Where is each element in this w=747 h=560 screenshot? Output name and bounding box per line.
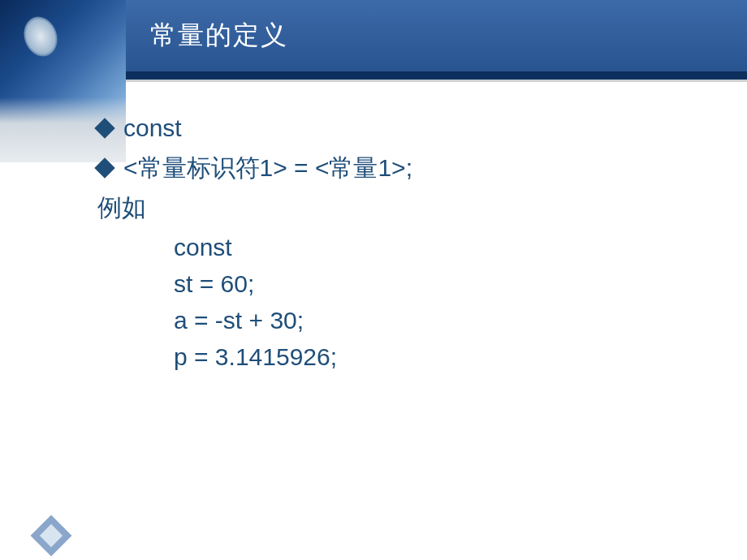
slide-title: 常量的定义 xyxy=(150,18,288,54)
header-row: 常量的定义 xyxy=(126,0,747,71)
diamond-bullet-icon xyxy=(94,118,114,138)
code-line: const xyxy=(174,229,715,265)
code-line: st = 60; xyxy=(174,265,715,302)
code-block: const st = 60; a = -st + 30; p = 3.14159… xyxy=(174,229,715,375)
bullet-item: <常量标识符1> = <常量1>; xyxy=(97,149,715,186)
content-area: const <常量标识符1> = <常量1>; 例如 const st = 60… xyxy=(97,110,715,375)
footer-diamond-decoration xyxy=(37,521,66,550)
header-accent-band xyxy=(126,71,747,80)
bullet-item: const xyxy=(97,110,715,146)
code-line: a = -st + 30; xyxy=(174,302,715,338)
code-line: p = 3.1415926; xyxy=(174,338,715,375)
slide: 常量的定义 const <常量标识符1> = <常量1>; 例如 const s… xyxy=(0,0,747,560)
bullet-text: <常量标识符1> = <常量1>; xyxy=(123,149,412,186)
bullet-text: const xyxy=(123,110,182,146)
example-label: 例如 xyxy=(97,189,715,226)
diamond-bullet-icon xyxy=(94,157,114,178)
